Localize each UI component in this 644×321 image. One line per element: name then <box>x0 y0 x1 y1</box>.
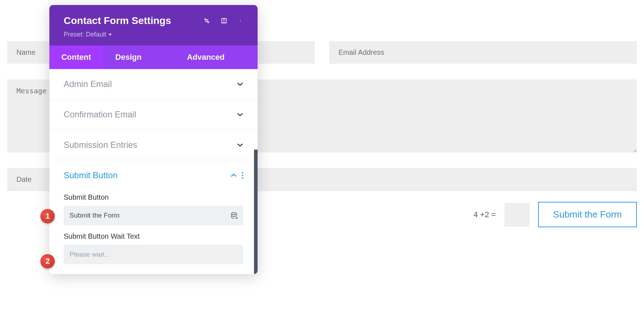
section-confirmation-email[interactable]: Confirmation Email <box>49 99 258 130</box>
layout-icon[interactable] <box>220 17 228 24</box>
scrollbar[interactable] <box>254 150 258 274</box>
annotation-badge-1: 1 <box>40 209 55 223</box>
section-title: Submission Entries <box>64 140 137 150</box>
panel-title: Contact Form Settings <box>64 15 171 26</box>
submit-button[interactable]: Submit the Form <box>538 202 637 227</box>
svg-point-6 <box>231 213 236 215</box>
kebab-menu-icon[interactable] <box>238 17 245 24</box>
panel-header: Contact Form Settings <box>49 5 258 45</box>
field-label-wait-text: Submit Button Wait Text <box>64 232 243 240</box>
tabs: Content Design Advanced <box>49 45 258 69</box>
section-title: Confirmation Email <box>64 110 136 120</box>
tab-content[interactable]: Content <box>49 45 103 69</box>
preset-label: Preset: Default <box>64 31 106 38</box>
tab-advanced[interactable]: Advanced <box>154 45 258 69</box>
captcha-input[interactable] <box>504 203 530 227</box>
caret-down-icon <box>108 34 112 36</box>
settings-panel: Contact Form Settings <box>49 5 258 274</box>
svg-point-3 <box>240 20 240 20</box>
expand-icon[interactable] <box>203 17 210 24</box>
section-kebab-icon[interactable] <box>242 172 243 179</box>
tab-design[interactable]: Design <box>103 45 154 69</box>
wait-text-input[interactable] <box>64 245 243 264</box>
chevron-down-icon <box>237 143 243 147</box>
captcha-label: 4 +2 = <box>473 210 496 219</box>
sections-container: Admin Email Confirmation Email Submissio… <box>49 69 258 274</box>
section-body-submit-button: Submit Button Submit Butt <box>49 193 258 274</box>
preset-selector[interactable]: Preset: Default <box>64 31 112 38</box>
chevron-down-icon <box>237 112 243 117</box>
submit-button-text-input[interactable] <box>64 206 243 225</box>
section-submission-entries[interactable]: Submission Entries <box>49 130 258 160</box>
svg-point-4 <box>240 20 240 21</box>
svg-rect-0 <box>206 20 208 21</box>
section-title: Submit Button <box>64 170 118 180</box>
chevron-down-icon <box>237 82 243 86</box>
dynamic-content-icon[interactable] <box>230 211 238 219</box>
svg-point-5 <box>240 21 240 21</box>
section-submit-button[interactable]: Submit Button <box>49 160 258 186</box>
annotation-badge-2: 2 <box>40 254 55 268</box>
section-admin-email[interactable]: Admin Email <box>49 69 258 99</box>
field-label-submit-button: Submit Button <box>64 193 243 201</box>
email-input[interactable]: Email Address <box>329 41 637 64</box>
section-title: Admin Email <box>64 79 112 89</box>
chevron-up-icon <box>230 173 237 177</box>
